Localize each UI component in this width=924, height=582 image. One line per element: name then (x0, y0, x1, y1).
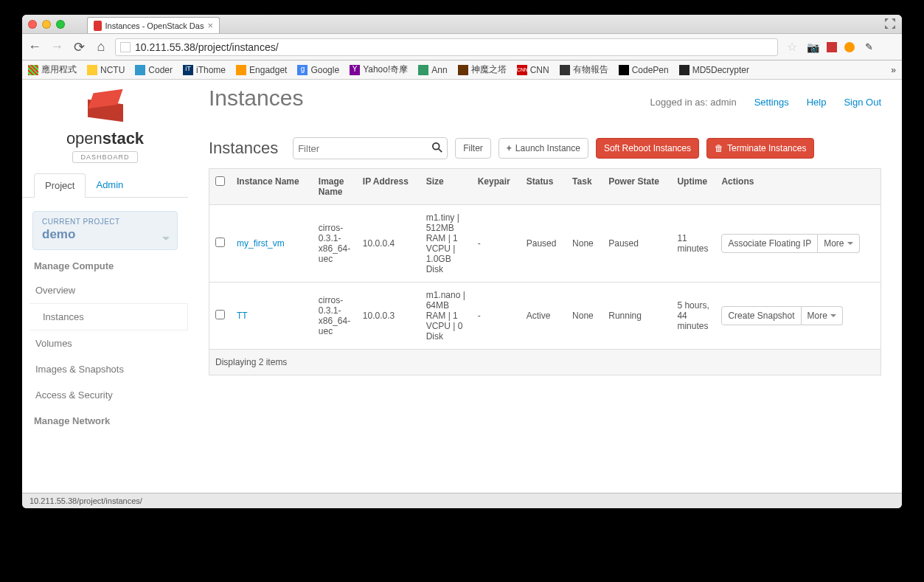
row-action-more[interactable]: More (802, 306, 843, 325)
brand-subtitle: DASHBOARD (72, 151, 137, 163)
menu-icon[interactable] (883, 41, 896, 54)
col-uptime: Uptime (671, 169, 715, 205)
sidebar: openstack DASHBOARD Project Admin CURREN… (22, 80, 188, 493)
fullscreen-icon[interactable] (884, 18, 896, 30)
instance-link[interactable]: my_first_vm (237, 238, 285, 249)
sidebar-item-access-security[interactable]: Access & Security (22, 382, 188, 408)
sidebar-item-instances[interactable]: Instances (29, 303, 188, 330)
cell-task: None (566, 205, 602, 283)
bookmark-item[interactable]: Ann (418, 65, 447, 75)
row-action-more[interactable]: More (818, 234, 859, 253)
help-link[interactable]: Help (807, 97, 827, 108)
status-bar: 10.211.55.38/project/instances/ (22, 493, 902, 508)
bookmark-item[interactable]: NCTU (87, 65, 125, 75)
tab-project[interactable]: Project (34, 173, 86, 198)
window-titlebar: Instances - OpenStack Das × (22, 15, 902, 34)
sidebar-item-volumes[interactable]: Volumes (22, 330, 188, 356)
search-icon[interactable] (432, 142, 442, 155)
cell-size: m1.tiny | 512MB RAM | 1 VCPU | 1.0GB Dis… (420, 205, 472, 283)
forward-button[interactable]: → (50, 39, 63, 55)
page-icon (120, 42, 131, 52)
bookmark-item[interactable]: 有物報告 (560, 63, 608, 76)
plus-icon: + (507, 143, 512, 153)
bookmark-item[interactable]: gGoogle (297, 65, 339, 75)
reload-button[interactable]: ⟳ (72, 39, 86, 55)
sidebar-item-overview[interactable]: Overview (22, 277, 188, 303)
cell-power: Running (602, 283, 671, 350)
sign-out-link[interactable]: Sign Out (844, 97, 881, 108)
tab-admin[interactable]: Admin (86, 173, 133, 197)
nav-section-network: Manage Network (22, 415, 188, 426)
main-content: Instances Logged in as: admin Settings H… (188, 80, 902, 493)
nav-section-compute: Manage Compute (22, 260, 188, 271)
svg-line-1 (439, 148, 442, 151)
row-action-button[interactable]: Associate Floating IP (721, 234, 818, 253)
cell-keypair: - (472, 205, 521, 283)
launch-instance-button[interactable]: +Launch Instance (499, 138, 588, 159)
back-button[interactable]: ← (28, 39, 41, 55)
eyedropper-icon[interactable]: ✎ (862, 41, 875, 54)
close-window-button[interactable] (28, 20, 37, 29)
tab-title: Instances - OpenStack Das (105, 21, 204, 30)
cell-size: m1.nano | 64MB RAM | 1 VCPU | 0 Disk (420, 283, 472, 350)
bookmark-item[interactable]: 應用程式 (28, 63, 77, 76)
extension-icon[interactable] (827, 42, 837, 52)
filter-button[interactable]: Filter (455, 138, 491, 159)
home-button[interactable]: ⌂ (94, 39, 108, 55)
bookmark-item[interactable]: Engadget (236, 65, 287, 75)
col-ip: IP Address (357, 169, 420, 205)
chevron-down-icon (162, 237, 170, 240)
chevron-down-icon (847, 242, 853, 245)
cell-image: cirros-0.3.1-x86_64-uec (313, 283, 357, 350)
svg-point-0 (433, 142, 440, 149)
openstack-favicon-icon (94, 21, 102, 31)
table-footer: Displaying 2 items (209, 350, 881, 375)
col-keypair: Keypair (472, 169, 521, 205)
address-bar[interactable]: 10.211.55.38/project/instances/ (115, 38, 778, 56)
col-image-name: Image Name (313, 169, 357, 205)
camera-icon[interactable]: 📷 (806, 41, 819, 54)
trash-icon: 🗑 (715, 143, 723, 153)
cell-image: cirros-0.3.1-x86_64-uec (313, 205, 357, 283)
col-task: Task (566, 169, 602, 205)
filter-input-wrap (293, 137, 448, 159)
sidebar-item-images-snapshots[interactable]: Images & Snapshots (22, 356, 188, 382)
bookmark-item[interactable]: CodePen (619, 65, 669, 75)
row-action-button[interactable]: Create Snapshot (721, 306, 801, 325)
bookmark-item[interactable]: YYahoo!奇摩 (350, 63, 408, 76)
page-title: Instances (209, 86, 303, 111)
settings-link[interactable]: Settings (754, 97, 789, 108)
terminate-button[interactable]: 🗑Terminate Instances (706, 138, 814, 159)
row-checkbox[interactable] (215, 238, 225, 247)
row-checkbox[interactable] (215, 310, 225, 319)
zoom-window-button[interactable] (56, 20, 65, 29)
bookmark-overflow-icon[interactable]: » (891, 65, 896, 75)
minimize-window-button[interactable] (42, 20, 51, 29)
table-header-row: Instance Name Image Name IP Address Size… (209, 169, 881, 205)
url-toolbar: ← → ⟳ ⌂ 10.211.55.38/project/instances/ … (22, 34, 902, 60)
select-all-checkbox[interactable] (215, 176, 225, 186)
instances-table: Instance Name Image Name IP Address Size… (209, 168, 881, 375)
project-name: demo (42, 227, 168, 242)
extension-icon-2[interactable] (844, 42, 855, 52)
cell-ip: 10.0.0.4 (357, 205, 420, 283)
cell-uptime: 11 minutes (671, 205, 715, 283)
bookmark-star-icon[interactable]: ☆ (785, 41, 799, 54)
table-row: my_first_vm cirros-0.3.1-x86_64-uec 10.0… (209, 205, 881, 283)
cell-status: Paused (521, 205, 566, 283)
bookmark-item[interactable]: iTiThome (183, 65, 226, 75)
filter-input[interactable] (298, 143, 432, 154)
cell-power: Paused (602, 205, 671, 283)
col-size: Size (420, 169, 472, 205)
browser-tab[interactable]: Instances - OpenStack Das × (87, 17, 220, 33)
cell-status: Active (521, 283, 566, 350)
soft-reboot-button[interactable]: Soft Reboot Instances (596, 138, 699, 159)
bookmark-item[interactable]: Coder (135, 65, 173, 75)
col-instance-name: Instance Name (231, 169, 313, 205)
project-selector[interactable]: CURRENT PROJECT demo (32, 211, 178, 250)
instance-link[interactable]: TT (237, 311, 248, 321)
bookmark-item[interactable]: MD5Decrypter (679, 65, 749, 75)
bookmark-item[interactable]: CNNCNN (517, 65, 549, 75)
close-tab-icon[interactable]: × (207, 20, 213, 31)
bookmark-item[interactable]: 神魔之塔 (458, 63, 507, 76)
